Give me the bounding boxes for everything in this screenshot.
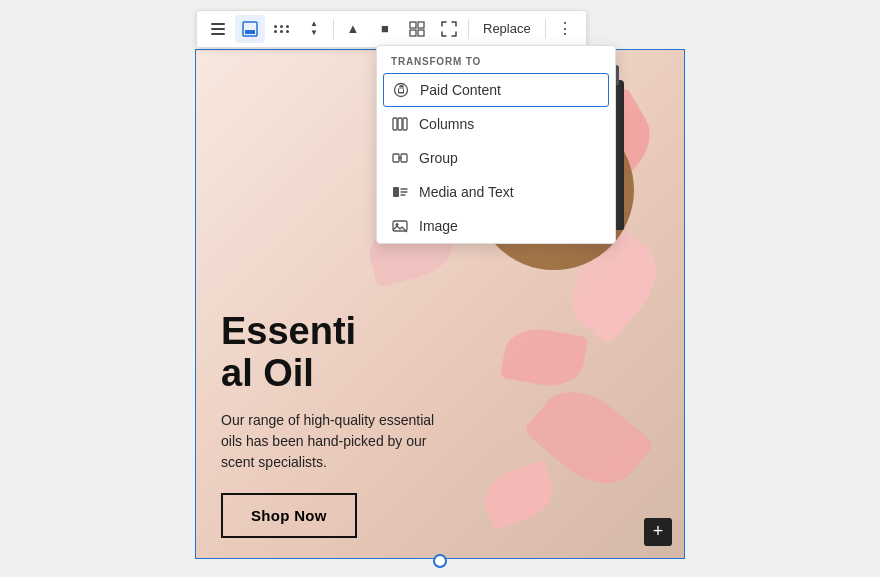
image-label: Image bbox=[419, 218, 458, 234]
columns-label: Columns bbox=[419, 116, 474, 132]
transform-group[interactable]: Group bbox=[377, 141, 615, 175]
fill-button[interactable]: ■ bbox=[370, 15, 400, 43]
media-text-icon bbox=[391, 183, 409, 201]
block-toolbar: ▲ ▼ ▲ ■ bbox=[196, 10, 587, 48]
media-text-label: Media and Text bbox=[419, 184, 514, 200]
svg-rect-4 bbox=[410, 30, 416, 36]
toolbar-divider-1 bbox=[333, 19, 334, 39]
svg-rect-7 bbox=[393, 118, 397, 130]
image-icon bbox=[391, 217, 409, 235]
transform-image[interactable]: Image bbox=[377, 209, 615, 243]
triangle-icon: ▲ bbox=[347, 21, 360, 36]
grid-icon bbox=[409, 21, 425, 37]
transform-dropdown: TRANSFORM TO Paid Content bbox=[376, 45, 616, 244]
grid-button[interactable] bbox=[402, 15, 432, 43]
columns-icon bbox=[391, 115, 409, 133]
move-updown-button[interactable]: ▲ ▼ bbox=[299, 15, 329, 43]
shop-now-button[interactable]: Shop Now bbox=[221, 493, 357, 538]
updown-icon: ▲ ▼ bbox=[310, 20, 318, 37]
more-options-button[interactable]: ⋮ bbox=[550, 15, 580, 43]
svg-rect-12 bbox=[393, 187, 399, 197]
svg-rect-2 bbox=[410, 22, 416, 28]
svg-rect-8 bbox=[398, 118, 402, 130]
drag-icon bbox=[274, 25, 290, 33]
align-button[interactable]: ▲ bbox=[338, 15, 368, 43]
svg-rect-5 bbox=[418, 30, 424, 36]
ellipsis-icon: ⋮ bbox=[557, 19, 572, 38]
cover-description: Our range of high-quality essential oils… bbox=[221, 410, 444, 473]
hamburger-button[interactable] bbox=[203, 15, 233, 43]
bottom-resize-handle[interactable] bbox=[433, 554, 447, 568]
transform-paid-content[interactable]: Paid Content bbox=[383, 73, 609, 107]
paid-content-icon bbox=[392, 81, 410, 99]
paid-content-label: Paid Content bbox=[420, 82, 501, 98]
svg-rect-9 bbox=[403, 118, 407, 130]
cover-heading: Essential Oil bbox=[221, 311, 444, 395]
group-icon bbox=[391, 149, 409, 167]
expand-button[interactable] bbox=[434, 15, 464, 43]
group-label: Group bbox=[419, 150, 458, 166]
svg-rect-11 bbox=[401, 154, 407, 162]
block-container: ▲ ▼ ▲ ■ bbox=[195, 49, 685, 559]
hamburger-icon bbox=[211, 23, 225, 35]
svg-rect-1 bbox=[245, 30, 255, 34]
fill-icon: ■ bbox=[381, 21, 389, 36]
block-type-button[interactable] bbox=[235, 15, 265, 43]
transform-media-text[interactable]: Media and Text bbox=[377, 175, 615, 209]
transform-header: TRANSFORM TO bbox=[377, 46, 615, 73]
drag-button[interactable] bbox=[267, 15, 297, 43]
svg-rect-10 bbox=[393, 154, 399, 162]
toolbar-divider-3 bbox=[545, 19, 546, 39]
toolbar-divider-2 bbox=[468, 19, 469, 39]
svg-rect-3 bbox=[418, 22, 424, 28]
cover-block-icon bbox=[242, 21, 258, 37]
replace-button[interactable]: Replace bbox=[473, 17, 541, 40]
add-block-button[interactable]: + bbox=[644, 518, 672, 546]
editor-wrapper: ▲ ▼ ▲ ■ bbox=[0, 0, 880, 577]
transform-columns[interactable]: Columns bbox=[377, 107, 615, 141]
expand-icon bbox=[441, 21, 457, 37]
